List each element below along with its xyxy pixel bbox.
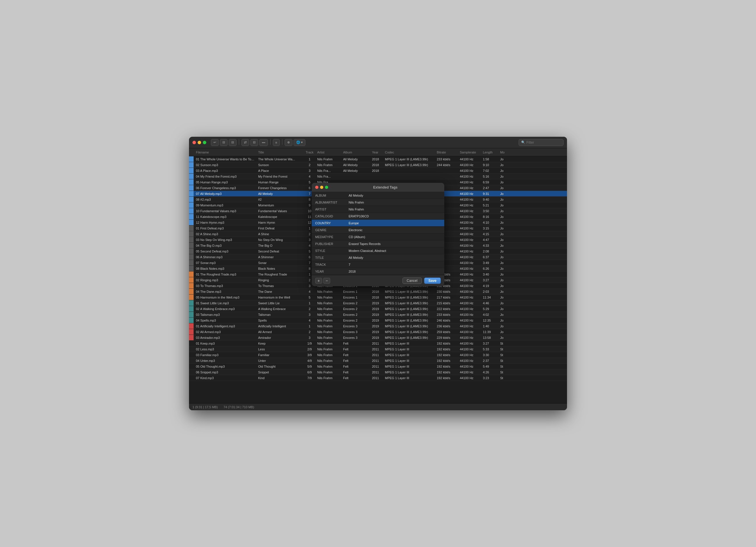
back-button[interactable]: ↩ (211, 139, 219, 146)
col-header-length[interactable]: Length (482, 151, 499, 154)
prev-button[interactable]: ⇄ (241, 139, 249, 146)
modal-minimize[interactable] (320, 186, 323, 189)
table-row[interactable]: 03 Talisman.mp3 Talisman 3 Nils Frahm En… (189, 312, 567, 317)
cell-track: 2/9 (303, 347, 316, 351)
status-total: 74 (7:01:34 | 710 MB) (224, 405, 254, 409)
dots-button[interactable]: ••• (259, 139, 268, 146)
cell-bitrate: 233 kbit/s (436, 158, 459, 161)
table-row[interactable]: 03 Familiar.mp3 Familiar 3/9 Nils Frahm … (189, 352, 567, 358)
col-header-bitrate[interactable]: Bitrate (436, 151, 459, 154)
cell-title: Momentum (257, 204, 303, 207)
cell-samplerate: 44100 Hz (459, 238, 482, 242)
cell-length: 13:58 (482, 336, 499, 339)
modal-tag-row[interactable]: TITLE All Melody (312, 254, 444, 261)
table-row[interactable]: 04 My Friend the Forest.mp3 My Friend th… (189, 174, 567, 179)
cell-bitrate: 233 kbit/s (436, 313, 459, 316)
modal-tag-row[interactable]: TRACK 7 (312, 261, 444, 268)
table-row[interactable]: 06 Snippet.mp3 Snippet 6/9 Nils Frahm Fe… (189, 369, 567, 375)
table-row[interactable]: 05 Old Thought.mp3 Old Thought 5/9 Nils … (189, 363, 567, 369)
col-header-year[interactable]: Year (371, 151, 384, 154)
table-row[interactable]: 02 All Armed.mp3 All Armed 2 Nils Frahm … (189, 329, 567, 335)
modal-tag-row[interactable]: STYLE Modern Classical, Abstract (312, 247, 444, 254)
close-button[interactable] (192, 141, 196, 144)
modal-close[interactable] (315, 186, 318, 189)
cancel-button[interactable]: Cancel (402, 277, 422, 284)
table-row[interactable]: 01 Artificially Intelligent.mp3 Artifici… (189, 323, 567, 329)
col-header-misc[interactable]: Mo (499, 151, 508, 154)
cell-bitrate: 236 kbit/s (436, 324, 459, 328)
cell-title: Black Notes (257, 267, 303, 270)
table-row[interactable]: 02 Sunson.mp3 Sunson 2 Nils Frahm All Me… (189, 162, 567, 168)
modal-tag-row[interactable]: ARTIST Nils Frahm (312, 206, 444, 213)
modal-fullscreen[interactable] (325, 186, 328, 189)
cell-codec: MPEG 1 Layer III (LAME3.99r) (384, 319, 436, 322)
folder-button[interactable]: ⊟ (220, 139, 228, 146)
export-button[interactable]: ⊟ (250, 139, 258, 146)
table-row[interactable]: 04 Unter.mp3 Unter 4/9 Nils Frahm Felt 2… (189, 358, 567, 363)
table-row[interactable]: 05 Harmonium in the Well.mp3 Harmonium i… (189, 294, 567, 300)
cell-misc: Jo (499, 221, 508, 224)
modal-tag-row[interactable]: COUNTRY Europe (312, 220, 444, 227)
col-header-track[interactable]: Track (303, 151, 316, 154)
cell-title: Less (257, 347, 303, 351)
modal-tag-row[interactable]: MEDIATYPE CD (Album) (312, 234, 444, 241)
modal-tag-row[interactable]: PUBLISHER Erased Tapes Records (312, 241, 444, 247)
globe-button[interactable]: 🌐 ▾ (294, 139, 305, 146)
tag-key: TITLE (312, 256, 346, 260)
cell-album: Encores 2 (342, 307, 371, 310)
cell-artist: Nils Frahm (316, 330, 342, 334)
cell-filename: 01 Artificially Intelligent.mp3 (194, 324, 257, 328)
fullscreen-button[interactable] (203, 141, 206, 144)
table-row[interactable]: 04 The Dane.mp3 The Dane 4 Nils Frahm En… (189, 289, 567, 294)
archive-button[interactable]: ⊟ (229, 139, 237, 146)
modal-tag-row[interactable]: CATALOGID ERATP106CD (312, 213, 444, 220)
modal-tag-row[interactable]: YEAR 2018 (312, 268, 444, 275)
cell-year: 2011 (371, 370, 384, 374)
row-indicator (189, 323, 194, 329)
main-window: ↩ ⊟ ⊟ ⇄ ⊟ ••• ≡ ⊕ 🌐 ▾ 🔍 Filename Title T… (189, 137, 567, 410)
cell-title: Fundamental Values (257, 209, 303, 213)
cell-artist: Nils Frahm (316, 290, 342, 293)
table-row[interactable]: 03 A Place.mp3 A Place 3 Nils Fra... All… (189, 168, 567, 174)
cell-samplerate: 44100 Hz (459, 175, 482, 178)
col-header-filename[interactable]: Filename (194, 151, 257, 154)
minimize-button[interactable] (198, 141, 201, 144)
search-input[interactable] (526, 141, 561, 145)
cell-album: Encores 2 (342, 319, 371, 322)
col-header-title[interactable]: Title (257, 151, 303, 154)
add-tag-button[interactable]: + (315, 278, 322, 283)
tag-key: PUBLISHER (312, 242, 346, 246)
remove-tag-button[interactable]: − (323, 278, 330, 283)
modal-tag-row[interactable]: ALBUM All Melody (312, 192, 444, 199)
table-row[interactable]: 03 Amirador.mp3 Amirador 3 Nils Frahm En… (189, 335, 567, 340)
table-row[interactable]: 01 The Whole Universe Wants to Be Touche… (189, 156, 567, 162)
list-button[interactable]: ≡ (273, 139, 280, 146)
table-row[interactable]: 07 Kind.mp3 Kind 7/9 Nils Frahm Felt 201… (189, 375, 567, 381)
table-row[interactable]: 04 Spells.mp3 Spells 4 Nils Frahm Encore… (189, 317, 567, 323)
col-header-artist[interactable]: Artist (316, 151, 342, 154)
save-button[interactable]: Save (424, 277, 441, 284)
modal-tag-row[interactable]: GENRE Electronic (312, 227, 444, 234)
search-box[interactable]: 🔍 (519, 139, 564, 146)
cell-artist: Nils Frahm (316, 353, 342, 357)
cell-length: 11:39 (482, 330, 499, 334)
col-header-samplerate[interactable]: Samplerate (459, 151, 482, 154)
cell-title: Ringing (257, 278, 303, 282)
col-header-album[interactable]: Album (342, 151, 371, 154)
table-row[interactable]: 01 Sweet Little Lie.mp3 Sweet Little Lie… (189, 300, 567, 306)
table-row[interactable]: 02 A Walking Embrace.mp3 A Walking Embra… (189, 306, 567, 312)
tag-value: Electronic (346, 228, 444, 232)
modal-tag-row[interactable]: ALBUMARTIST Nils Frahm (312, 199, 444, 206)
cell-length: 6:59 (482, 181, 499, 184)
cell-title: Harmonium in the Well (257, 296, 303, 299)
cell-samplerate: 44100 Hz (459, 359, 482, 362)
cell-track: 3 (303, 313, 316, 316)
col-header-codec[interactable]: Codec (384, 151, 436, 154)
cell-misc: Jo (499, 290, 508, 293)
cell-length: 3:30 (482, 353, 499, 357)
table-row[interactable]: 01 Keep.mp3 Keep 1/9 Nils Frahm Felt 201… (189, 340, 567, 346)
cell-album: Encores 3 (342, 324, 371, 328)
target-button[interactable]: ⊕ (285, 139, 292, 146)
cell-misc: Jo (499, 307, 508, 310)
table-row[interactable]: 02 Less.mp3 Less 2/9 Nils Frahm Felt 201… (189, 346, 567, 352)
